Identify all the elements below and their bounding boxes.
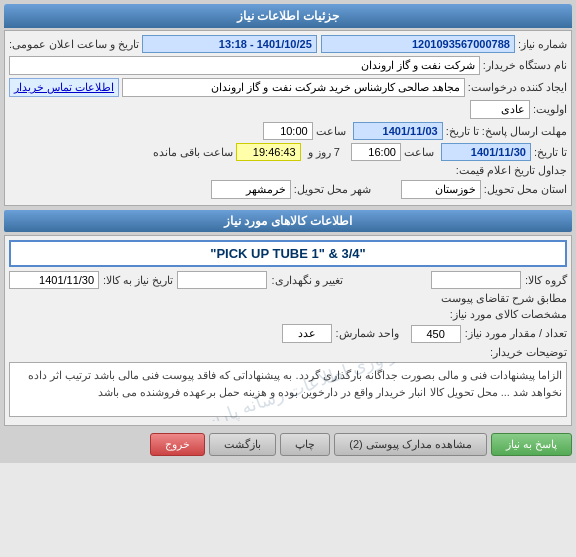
send-date-to: 1401/11/30 [441,143,531,161]
price-date-label: جداول تاریخ اعلام قیمت: [456,164,567,177]
order-number-label: شماره نیاز: [518,38,567,51]
customer-name-value: شرکت نفت و گاز اروندان [9,56,480,75]
main-header: جزئیات اطلاعات نیاز [4,4,572,28]
order-number-value: 1201093567000788 [321,35,515,53]
buyer-notes-label: توضیحات خریدار: [490,346,567,359]
city-label: شهر محل تحویل: [294,183,371,196]
customer-info-link[interactable]: اطلاعات تماس خریدار [9,78,119,97]
change-date-label: تاریخ نیاز به کالا: [103,274,173,287]
date-value: 1401/10/25 - 13:18 [142,35,317,53]
count-label: تعداد / مقدار مورد نیاز: [465,327,567,340]
time-remaining-label: ساعت باقی مانده [153,146,233,159]
customer-name-label: نام دستگاه خریدار: [483,59,567,72]
priority-label: اولویت: [533,103,567,116]
reply-button[interactable]: پاسخ به نیاز [491,433,572,456]
unit-value: عدد [282,324,332,343]
send-date-to-label: تا تاریخ: [534,146,567,159]
view-docs-button[interactable]: مشاهده مدارک پیوستی (2) [334,433,487,456]
exit-button[interactable]: خروج [150,433,205,456]
change-label: تغییر و نگهداری: [271,274,342,287]
notes-text: الزاما پیشنهادات فنی و مالی بصورت جداگان… [9,362,567,417]
request-origin-value: مجاهد صالحی کارشناس خرید شرکت نفت و گاز … [122,78,465,97]
send-time-from-label: ساعت [316,125,346,138]
product-name: "PICK UP TUBE 1" & 3/4" [9,240,567,267]
specs-label: مشخصات کالای مورد نیاز: [450,308,567,321]
change-date-value: 1401/11/30 [9,271,99,289]
product-section: "PICK UP TUBE 1" & 3/4" گروه کالا: تغییر… [4,235,572,426]
group-code [431,271,521,289]
group-label: گروه کالا: [525,274,567,287]
send-time-from: 10:00 [263,122,313,140]
city-value: خرمشهر [211,180,291,199]
province-label: استان محل تحویل: [484,183,567,196]
priority-value: عادی [470,100,530,119]
send-date-from: 1401/11/03 [353,122,443,140]
days-value: 7 [334,146,340,158]
description-header-label: مطابق شرح تقاضای پیوست [441,292,567,305]
print-button[interactable]: چاپ [280,433,330,456]
back-button[interactable]: بازگشت [209,433,276,456]
count-value: 450 [411,325,461,343]
top-info-section: شماره نیاز: 1201093567000788 1401/10/25 … [4,30,572,206]
date-label: تاریخ و ساعت اعلان عمومی: [9,38,139,51]
footer-buttons: پاسخ به نیاز مشاهده مدارک پیوستی (2) چاپ… [4,430,572,459]
product-section-header: اطلاعات کالاهای مورد نیاز [4,210,572,232]
request-origin-label: ایجاد کننده درخواست: [468,81,567,94]
send-date-label: مهلت ارسال پاسخ: تا تاریخ: [446,125,567,138]
time-remaining-value: 19:46:43 [236,143,301,161]
send-time-to-label: ساعت [404,146,434,159]
change-value [177,271,267,289]
unit-label: واحد شمارش: [336,327,399,340]
days-label: روز و [308,146,331,159]
send-time-to: 16:00 [351,143,401,161]
province-value: خوزستان [401,180,481,199]
